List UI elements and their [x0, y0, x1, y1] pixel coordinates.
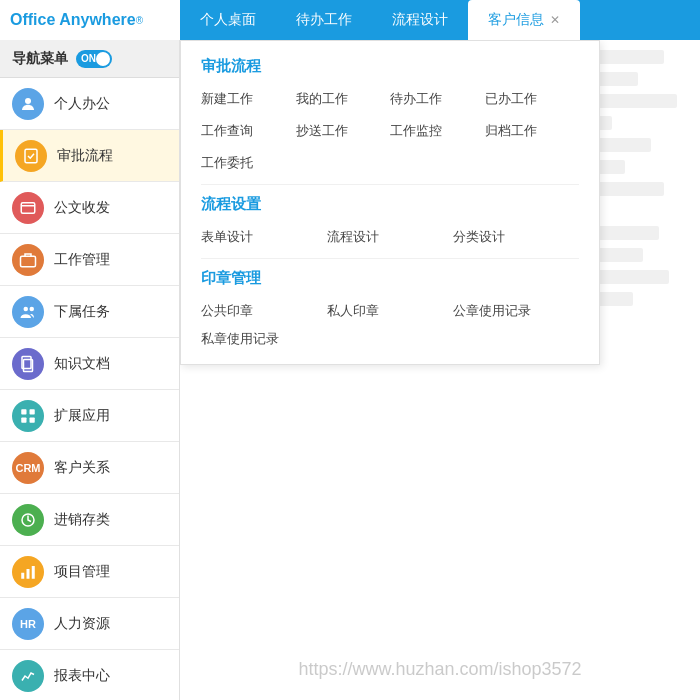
svg-rect-4 — [21, 256, 36, 267]
tab-customer-info[interactable]: 客户信息 ✕ — [468, 0, 580, 40]
dropdown-item-new-work[interactable]: 新建工作 — [201, 88, 296, 110]
svg-rect-10 — [30, 409, 35, 414]
dropdown-divider-2 — [201, 258, 579, 259]
work-mgmt-icon — [12, 244, 44, 276]
dropdown-item-archive-work[interactable]: 归档工作 — [485, 120, 580, 142]
projects-icon — [12, 556, 44, 588]
sidebar-item-knowledge[interactable]: 知识文档 — [0, 338, 179, 390]
dropdown-item-category-design[interactable]: 分类设计 — [453, 226, 579, 248]
main-layout: 导航菜单 ON 个人办公 审批流程 公文收发 — [0, 40, 700, 700]
sidebar-item-personal[interactable]: 个人办公 — [0, 78, 179, 130]
dropdown-flow-grid: 表单设计 流程设计 分类设计 — [201, 226, 579, 248]
sidebar-item-reports[interactable]: 报表中心 — [0, 650, 179, 700]
dropdown-item-my-work[interactable]: 我的工作 — [296, 88, 391, 110]
dropdown-section-approval-title: 审批流程 — [201, 57, 579, 76]
svg-rect-15 — [27, 569, 30, 579]
dropdown-item-cc-work[interactable]: 抄送工作 — [296, 120, 391, 142]
sidebar-label-reports: 报表中心 — [54, 667, 110, 685]
sidebar-item-approval[interactable]: 审批流程 — [0, 130, 179, 182]
personal-icon — [12, 88, 44, 120]
dropdown-item-done-work[interactable]: 已办工作 — [485, 88, 580, 110]
svg-rect-16 — [32, 566, 35, 579]
hr-icon: HR — [12, 608, 44, 640]
extensions-icon — [12, 400, 44, 432]
dropdown-panel: 审批流程 新建工作 我的工作 待办工作 已办工作 工作查询 抄送工作 工作监控 … — [180, 40, 600, 365]
nav-toggle[interactable]: ON — [76, 50, 112, 68]
svg-rect-14 — [21, 572, 24, 578]
sidebar-item-hr[interactable]: HR 人力资源 — [0, 598, 179, 650]
sidebar-item-inventory[interactable]: 进销存类 — [0, 494, 179, 546]
tab-personal-desktop[interactable]: 个人桌面 — [180, 0, 276, 40]
sidebar-label-approval: 审批流程 — [57, 147, 113, 165]
sidebar-nav-label: 导航菜单 — [12, 50, 68, 68]
svg-rect-12 — [30, 417, 35, 422]
logo-registered: ® — [136, 15, 143, 26]
dropdown-section-seal-title: 印章管理 — [201, 269, 579, 288]
sidebar-label-sub-tasks: 下属任务 — [54, 303, 110, 321]
logo-text: Office Anywhere — [10, 11, 136, 29]
dropdown-item-private-seal-log[interactable]: 私章使用记录 — [201, 329, 279, 348]
dropdown-item-pending-work[interactable]: 待办工作 — [390, 88, 485, 110]
svg-point-5 — [24, 306, 29, 311]
sub-tasks-icon — [12, 296, 44, 328]
svg-rect-9 — [21, 409, 26, 414]
sidebar-item-docs[interactable]: 公文收发 — [0, 182, 179, 234]
sidebar-label-work-mgmt: 工作管理 — [54, 251, 110, 269]
docs-icon — [12, 192, 44, 224]
watermark: https://www.huzhan.com/ishop3572 — [180, 659, 700, 680]
approval-icon — [15, 140, 47, 172]
svg-rect-2 — [21, 202, 35, 213]
reports-icon — [12, 660, 44, 692]
sidebar: 导航菜单 ON 个人办公 审批流程 公文收发 — [0, 40, 180, 700]
crm-icon: CRM — [12, 452, 44, 484]
dropdown-divider-1 — [201, 184, 579, 185]
sidebar-item-sub-tasks[interactable]: 下属任务 — [0, 286, 179, 338]
sidebar-label-hr: 人力资源 — [54, 615, 110, 633]
tab-process-design[interactable]: 流程设计 — [372, 0, 468, 40]
dropdown-item-work-delegate[interactable]: 工作委托 — [201, 152, 296, 174]
dropdown-item-process-design[interactable]: 流程设计 — [327, 226, 453, 248]
dropdown-item-public-seal-log[interactable]: 公章使用记录 — [453, 300, 579, 322]
dropdown-item-public-seal[interactable]: 公共印章 — [201, 300, 327, 322]
sidebar-label-knowledge: 知识文档 — [54, 355, 110, 373]
dropdown-item-private-seal[interactable]: 私人印章 — [327, 300, 453, 322]
knowledge-icon — [12, 348, 44, 380]
content-area: 审批流程 新建工作 我的工作 待办工作 已办工作 工作查询 抄送工作 工作监控 … — [180, 40, 700, 700]
svg-point-6 — [30, 306, 35, 311]
dropdown-approval-grid: 新建工作 我的工作 待办工作 已办工作 工作查询 抄送工作 工作监控 归档工作 … — [201, 88, 579, 174]
svg-rect-1 — [25, 149, 37, 163]
dropdown-section-flow-title: 流程设置 — [201, 195, 579, 214]
tab-pending-work[interactable]: 待办工作 — [276, 0, 372, 40]
sidebar-label-personal: 个人办公 — [54, 95, 110, 113]
dropdown-seal-grid-1: 公共印章 私人印章 公章使用记录 — [201, 300, 579, 322]
toggle-knob — [96, 52, 110, 66]
sidebar-item-extensions[interactable]: 扩展应用 — [0, 390, 179, 442]
sidebar-label-docs: 公文收发 — [54, 199, 110, 217]
sidebar-label-inventory: 进销存类 — [54, 511, 110, 529]
sidebar-label-crm: 客户关系 — [54, 459, 110, 477]
svg-point-0 — [25, 98, 31, 104]
sidebar-item-work-mgmt[interactable]: 工作管理 — [0, 234, 179, 286]
tab-close-icon[interactable]: ✕ — [550, 13, 560, 27]
sidebar-label-extensions: 扩展应用 — [54, 407, 110, 425]
dropdown-item-work-monitor[interactable]: 工作监控 — [390, 120, 485, 142]
svg-rect-11 — [21, 417, 26, 422]
inventory-icon — [12, 504, 44, 536]
header: Office Anywhere® 个人桌面 待办工作 流程设计 客户信息 ✕ — [0, 0, 700, 40]
sidebar-header: 导航菜单 ON — [0, 40, 179, 78]
sidebar-label-projects: 项目管理 — [54, 563, 110, 581]
nav-tabs: 个人桌面 待办工作 流程设计 客户信息 ✕ — [180, 0, 700, 40]
sidebar-item-crm[interactable]: CRM 客户关系 — [0, 442, 179, 494]
dropdown-seal-row2: 私章使用记录 — [201, 330, 579, 348]
toggle-label: ON — [81, 53, 96, 64]
dropdown-item-work-query[interactable]: 工作查询 — [201, 120, 296, 142]
logo-area: Office Anywhere® — [0, 0, 180, 40]
sidebar-item-projects[interactable]: 项目管理 — [0, 546, 179, 598]
dropdown-item-form-design[interactable]: 表单设计 — [201, 226, 327, 248]
